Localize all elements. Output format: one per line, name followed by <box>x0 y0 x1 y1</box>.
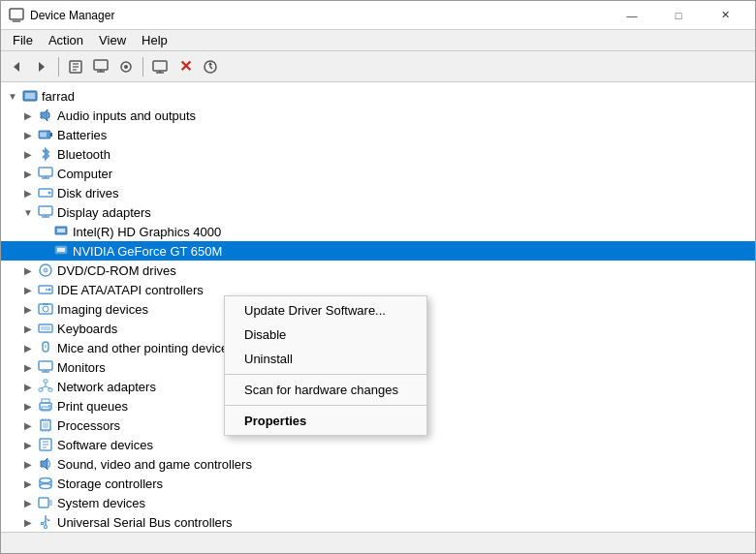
software-toggle[interactable]: ▶ <box>20 437 36 452</box>
update-driver-button[interactable] <box>89 55 112 78</box>
status-bar <box>1 532 755 553</box>
computer-label: Computer <box>55 167 112 181</box>
svg-rect-54 <box>44 380 47 383</box>
dvd-toggle[interactable]: ▶ <box>20 262 36 278</box>
processors-label: Processors <box>55 418 120 433</box>
system-toggle[interactable]: ▶ <box>20 495 36 510</box>
svg-point-80 <box>40 484 51 489</box>
svg-point-13 <box>124 65 128 69</box>
ctx-update[interactable]: Update Driver Software... <box>225 298 426 323</box>
network-toggle[interactable]: ▶ <box>20 379 36 394</box>
audio-toggle[interactable]: ▶ <box>20 108 36 123</box>
tree-nvidia[interactable]: NVIDIA GeForce GT 650M <box>1 241 755 261</box>
usb-icon <box>38 514 53 530</box>
svg-rect-36 <box>57 248 65 252</box>
processors-toggle[interactable]: ▶ <box>20 417 36 433</box>
monitors-label: Monitors <box>55 360 106 375</box>
tree-intel[interactable]: Intel(R) HD Graphics 4000 <box>1 222 755 241</box>
mice-toggle[interactable]: ▶ <box>20 340 36 355</box>
ide-toggle[interactable]: ▶ <box>20 282 36 297</box>
batteries-toggle[interactable]: ▶ <box>20 127 36 142</box>
root-toggle[interactable]: ▼ <box>5 88 20 104</box>
diskdrives-label: Disk drives <box>55 186 119 200</box>
computer-icon <box>38 166 53 181</box>
computer-toggle[interactable]: ▶ <box>20 166 36 181</box>
print-toggle[interactable]: ▶ <box>20 398 36 414</box>
toolbar-sep-2 <box>142 57 143 77</box>
intel-icon <box>53 224 69 239</box>
toolbar: ✕ <box>1 51 755 82</box>
scan-hardware-button[interactable] <box>199 55 222 78</box>
main-content: ▼ farrad ▶ Au <box>1 82 755 532</box>
menu-view[interactable]: View <box>91 31 134 49</box>
imaging-toggle[interactable]: ▶ <box>20 301 36 317</box>
svg-point-44 <box>43 306 48 312</box>
menu-help[interactable]: Help <box>134 31 175 49</box>
tree-usb[interactable]: ▶ Universal Serial Bus controllers <box>1 512 755 532</box>
uninstall-button[interactable]: ✕ <box>173 55 197 78</box>
monitors-toggle[interactable]: ▶ <box>20 359 36 375</box>
batteries-icon <box>38 127 53 142</box>
tree-storage[interactable]: ▶ Storage controllers <box>1 474 755 493</box>
tree-computer[interactable]: ▶ Computer <box>1 164 755 183</box>
tree-displayadapters[interactable]: ▼ Display adapters <box>1 202 755 222</box>
usb-label: Universal Serial Bus controllers <box>55 515 233 530</box>
back-button[interactable] <box>5 55 28 78</box>
nvidia-label: NVIDIA GeForce GT 650M <box>71 244 222 259</box>
nvidia-icon <box>53 243 69 259</box>
ctx-properties[interactable]: Properties <box>225 409 426 433</box>
svg-rect-65 <box>43 422 48 428</box>
svg-marker-21 <box>41 109 47 121</box>
audio-icon <box>38 108 53 123</box>
tree-system[interactable]: ▶ System devices <box>1 493 755 512</box>
tree-software[interactable]: ▶ Software devices <box>1 435 755 454</box>
ctx-disable[interactable]: Disable <box>225 323 426 347</box>
displayadapters-toggle[interactable]: ▼ <box>20 204 36 220</box>
tree-diskdrives[interactable]: ▶ Disk drives <box>1 183 755 202</box>
print-label: Print queues <box>55 399 128 414</box>
monitors-icon <box>38 359 53 375</box>
minimize-button[interactable]: — <box>610 1 654 30</box>
processors-icon <box>38 417 53 433</box>
svg-point-63 <box>48 405 50 407</box>
usb-toggle[interactable]: ▶ <box>20 514 36 530</box>
scan-button[interactable] <box>114 55 138 78</box>
close-button[interactable]: ✕ <box>703 1 747 30</box>
show-devices-button[interactable] <box>148 55 172 78</box>
system-icon <box>38 495 53 510</box>
keyboards-icon <box>38 321 53 336</box>
tree-bluetooth[interactable]: ▶ Bluetooth <box>1 144 755 164</box>
svg-rect-30 <box>39 206 52 215</box>
diskdrives-toggle[interactable]: ▶ <box>20 185 36 200</box>
svg-point-42 <box>46 289 47 291</box>
bluetooth-label: Bluetooth <box>55 147 110 162</box>
tree-root[interactable]: ▼ farrad <box>1 86 755 106</box>
forward-button[interactable] <box>30 55 53 78</box>
tree-sound[interactable]: ▶ Sound, video and game controllers <box>1 454 755 474</box>
menu-action[interactable]: Action <box>41 31 91 49</box>
svg-point-29 <box>48 192 51 195</box>
app-icon <box>9 8 24 23</box>
bluetooth-toggle[interactable]: ▶ <box>20 146 36 162</box>
sound-label: Sound, video and game controllers <box>55 457 252 472</box>
storage-toggle[interactable]: ▶ <box>20 476 36 491</box>
imaging-icon <box>38 301 53 317</box>
sound-toggle[interactable]: ▶ <box>20 456 36 472</box>
properties-button[interactable] <box>64 55 87 78</box>
menu-file[interactable]: File <box>5 31 41 49</box>
toolbar-sep-1 <box>58 57 59 77</box>
tree-dvd[interactable]: ▶ DVD/CD-ROM drives <box>1 261 755 280</box>
root-label: farrad <box>40 89 75 104</box>
ctx-scan[interactable]: Scan for hardware changes <box>225 378 426 402</box>
keyboards-toggle[interactable]: ▶ <box>20 321 36 336</box>
tree-batteries[interactable]: ▶ Batteries <box>1 125 755 144</box>
network-icon <box>38 379 53 394</box>
maximize-button[interactable]: □ <box>656 1 701 30</box>
tree-audio[interactable]: ▶ Audio inputs and outputs <box>1 106 755 125</box>
svg-point-39 <box>45 269 47 271</box>
ide-label: IDE ATA/ATAPI controllers <box>55 283 204 297</box>
displayadapters-label: Display adapters <box>55 205 151 220</box>
window-controls: — □ ✕ <box>610 1 747 30</box>
svg-line-58 <box>41 386 46 388</box>
ctx-uninstall[interactable]: Uninstall <box>225 347 426 371</box>
